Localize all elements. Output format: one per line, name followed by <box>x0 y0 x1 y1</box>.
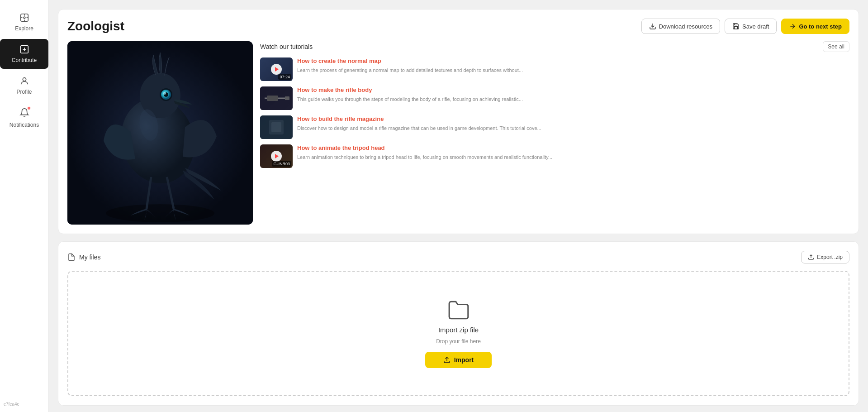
profile-icon <box>19 76 29 86</box>
svg-point-13 <box>106 204 214 222</box>
tutorial-duration-1: 07:24 <box>278 74 291 80</box>
contribute-icon <box>19 44 29 54</box>
tutorial-info-2: How to make the rifle body This guide wa… <box>297 86 849 103</box>
play-button-1[interactable] <box>271 64 282 75</box>
tutorial-info-1: How to create the normal map Learn the p… <box>297 57 849 74</box>
svg-point-19 <box>163 92 166 95</box>
files-title-area: My files <box>67 253 100 261</box>
sidebar-item-label: Notifications <box>9 122 39 128</box>
tutorial-info-3: How to build the rifle magazine Discover… <box>297 115 849 132</box>
tutorial-desc-2: This guide walks you through the steps o… <box>297 96 849 103</box>
tutorial-thumbnail-1[interactable]: 07:24 <box>260 57 293 81</box>
tutorial-item: 07:24 How to create the normal map Learn… <box>260 57 849 81</box>
tutorial-title-1[interactable]: How to create the normal map <box>297 57 849 65</box>
tutorial-thumbnail-4[interactable]: GUNR03 <box>260 144 293 168</box>
save-icon <box>732 23 740 30</box>
page-title: Zoologist <box>67 19 124 34</box>
download-label: Download resources <box>659 23 713 30</box>
go-to-next-step-button[interactable]: Go to next step <box>781 19 849 34</box>
svg-rect-25 <box>267 96 278 101</box>
svg-rect-26 <box>285 96 289 100</box>
version-label: c7fca4c <box>4 402 19 407</box>
tutorial-info-4: How to animate the tripod head Learn ani… <box>297 144 849 161</box>
tutorials-title: Watch our tutorials <box>260 43 313 50</box>
compass-icon <box>19 13 29 23</box>
notification-badge <box>27 106 31 110</box>
sidebar-item-label: Profile <box>16 89 32 95</box>
save-draft-button[interactable]: Save draft <box>725 19 777 34</box>
svg-point-1 <box>24 17 25 19</box>
sidebar-item-profile[interactable]: Profile <box>0 71 48 101</box>
tutorial-desc-1: Learn the process of generating a normal… <box>297 67 849 74</box>
content-area: Watch our tutorials See all 07:24 How to… <box>67 41 849 225</box>
main-content: Zoologist Download resources <box>49 0 868 412</box>
tutorial-duration-4: GUNR03 <box>272 161 291 167</box>
file-icon <box>67 253 76 261</box>
tutorial-desc-4: Learn animation techniques to bring a tr… <box>297 154 849 161</box>
files-header: My files Export .zip <box>67 251 849 263</box>
import-subtitle: Drop your file here <box>436 338 481 345</box>
files-section-title: My files <box>79 254 100 261</box>
sidebar-item-explore[interactable]: Explore <box>0 7 48 37</box>
export-label: Export .zip <box>817 254 843 260</box>
tutorial-item: How to make the rifle body This guide wa… <box>260 86 849 110</box>
arrow-right-icon <box>789 23 796 30</box>
tutorial-title-4[interactable]: How to animate the tripod head <box>297 144 849 152</box>
import-btn-label: Import <box>454 356 474 364</box>
save-label: Save draft <box>742 23 769 30</box>
tutorials-header: Watch our tutorials See all <box>260 41 849 52</box>
svg-point-9 <box>23 78 26 81</box>
play-button-4[interactable] <box>271 151 282 162</box>
tutorial-desc-3: Discover how to design and model a rifle… <box>297 125 849 132</box>
tutorial-thumbnail-2[interactable] <box>260 86 293 110</box>
export-icon <box>808 254 814 260</box>
drop-zone[interactable]: Import zip file Drop your file here Impo… <box>67 271 849 396</box>
tutorial-thumbnail-3[interactable] <box>260 115 293 139</box>
tutorial-title-3[interactable]: How to build the rifle magazine <box>297 115 849 123</box>
sidebar: Explore Contribute Profile Notifications… <box>0 0 49 412</box>
main-image <box>67 41 253 225</box>
sidebar-item-label: Explore <box>15 25 33 32</box>
tutorial-item: GUNR03 How to animate the tripod head Le… <box>260 144 849 168</box>
export-zip-button[interactable]: Export .zip <box>801 251 849 263</box>
magazine-thumb-icon <box>260 115 293 139</box>
tutorial-title-2[interactable]: How to make the rifle body <box>297 86 849 94</box>
see-all-button[interactable]: See all <box>823 41 849 52</box>
next-step-label: Go to next step <box>799 23 842 30</box>
tutorial-item: How to build the rifle magazine Discover… <box>260 115 849 139</box>
upload-icon <box>443 356 451 364</box>
import-title: Import zip file <box>438 326 479 334</box>
top-card-header: Zoologist Download resources <box>67 19 849 34</box>
bird-svg <box>67 41 253 225</box>
sidebar-item-contribute[interactable]: Contribute <box>0 39 48 69</box>
rifle-thumb-icon <box>260 86 293 110</box>
sidebar-item-label: Contribute <box>12 57 37 63</box>
header-actions: Download resources Save draft Go to <box>641 19 849 34</box>
import-button[interactable]: Import <box>425 352 492 368</box>
download-resources-button[interactable]: Download resources <box>641 19 721 34</box>
files-card: My files Export .zip Import zip file Dro… <box>58 241 859 406</box>
download-icon <box>649 23 656 30</box>
folder-icon <box>447 299 470 321</box>
tutorials-panel: Watch our tutorials See all 07:24 How to… <box>260 41 849 225</box>
sidebar-item-notifications[interactable]: Notifications <box>0 102 48 134</box>
top-card: Zoologist Download resources <box>58 9 859 234</box>
svg-rect-29 <box>271 122 281 132</box>
